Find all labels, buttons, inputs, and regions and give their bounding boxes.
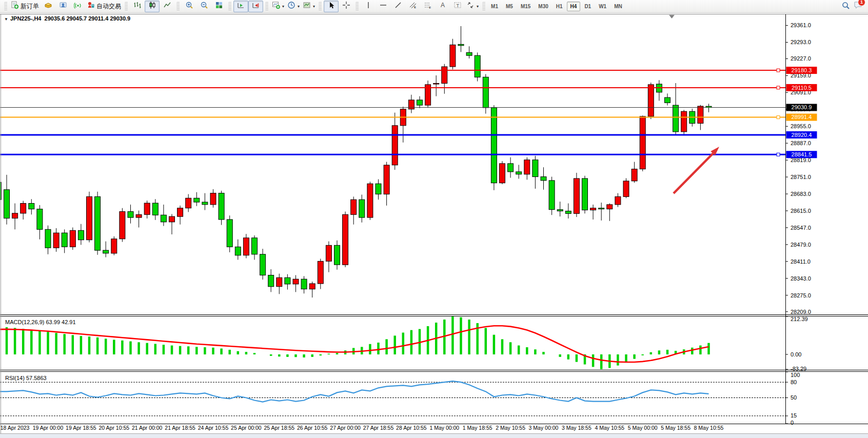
macd-scale-label: 212.39 (791, 316, 808, 322)
zoom-in-button[interactable] (182, 1, 196, 12)
timeframe-button-W1[interactable]: W1 (595, 2, 610, 11)
time-axis-label: 1 May 18:55 (463, 425, 492, 431)
timeframe-button-D1[interactable]: D1 (581, 2, 595, 11)
line-handle[interactable] (777, 116, 780, 119)
timeframe-button-H4[interactable]: H4 (567, 2, 581, 11)
templates-button[interactable]: ▾ (301, 1, 317, 12)
chart-window[interactable]: 29361.029293.029227.029159.029091.029023… (0, 13, 868, 438)
line-handle[interactable] (777, 69, 780, 72)
bar-chart-button[interactable] (130, 1, 145, 12)
search-button[interactable] (838, 1, 853, 12)
time-axis-label: 2 May 10:55 (496, 425, 525, 431)
text-icon: A (439, 1, 447, 11)
toolbar-grip[interactable] (228, 2, 231, 11)
price-badge: 28991.4 (786, 114, 817, 121)
text-button[interactable]: A (435, 1, 450, 12)
toolbar-grip[interactable] (125, 2, 128, 11)
timeframe-button-M1[interactable]: M1 (487, 2, 502, 11)
line-chart-icon (163, 1, 171, 11)
price-tick-label: 28411.0 (791, 258, 811, 265)
toolbar-grip[interactable] (176, 2, 180, 11)
line-chart-button[interactable] (160, 1, 174, 12)
candle (70, 228, 75, 250)
price-chart[interactable]: 29361.029293.029227.029159.029091.029023… (0, 13, 868, 438)
toolbar-grip[interactable] (356, 2, 359, 11)
timeframe-button-H1[interactable]: H1 (553, 2, 566, 11)
time-axis-label: 24 Apr 10:55 (198, 425, 229, 431)
time-axis-label: 3 May 18:55 (562, 425, 591, 431)
toolbar: 新订单 自动交易 (0, 0, 868, 13)
price-badge: 29180.3 (786, 67, 817, 74)
price-tick-label: 29361.0 (791, 22, 811, 28)
timeframe-toolbar: M1M5M15M30H1H4D1W1MN (487, 2, 626, 11)
auto-trading-button[interactable]: 自动交易 (85, 1, 123, 12)
candle (500, 161, 505, 184)
time-axis-label: 26 Apr 10:55 (297, 425, 328, 431)
chart-ohlc: 29035.6 29045.7 29011.4 29030.9 (45, 15, 131, 22)
price-badge: 29030.9 (786, 104, 817, 111)
arrows-button[interactable]: ▾ (465, 1, 480, 12)
time-axis-label: 21 Apr 18:55 (165, 425, 195, 431)
candle (425, 81, 431, 108)
text-label-button[interactable]: T (450, 1, 465, 12)
tile-windows-icon (215, 1, 223, 11)
time-axis-label: 25 Apr 18:55 (264, 425, 295, 431)
horizontal-line-button[interactable] (376, 1, 390, 12)
candle (475, 52, 480, 81)
metaeditor-button[interactable] (41, 1, 55, 12)
time-axis-label: 18 Apr 2023 (1, 425, 30, 431)
svg-text:28841.5: 28841.5 (792, 151, 812, 157)
toolbar-grip[interactable] (319, 2, 322, 11)
chart-shift-button[interactable] (248, 1, 263, 12)
toolbar-grip[interactable] (4, 2, 7, 11)
candlestick-chart-button[interactable] (145, 1, 160, 12)
signals-button[interactable] (70, 1, 85, 12)
line-handle[interactable] (777, 86, 780, 89)
community-button[interactable] (55, 1, 70, 12)
new-order-label: 新订单 (21, 2, 39, 11)
timeframe-button-M15[interactable]: M15 (517, 2, 534, 11)
time-axis-label: 3 May 00:00 (529, 425, 559, 431)
chart-shift-icon (252, 1, 260, 11)
time-axis-label: 25 Apr 00:00 (231, 425, 262, 431)
candle (120, 208, 125, 242)
zoom-out-button[interactable] (196, 1, 211, 12)
price-tick-label: 28683.0 (791, 191, 811, 197)
time-axis-label: 5 May 00:00 (628, 425, 658, 431)
equidistant-channel-icon: E (409, 1, 417, 11)
rsi-label: RSI(14) 57.5863 (5, 375, 47, 381)
fibonacci-icon: F (424, 1, 432, 11)
zoom-in-icon (185, 1, 193, 11)
tile-windows-button[interactable] (211, 1, 226, 12)
cursor-button[interactable] (324, 1, 339, 12)
fibonacci-button[interactable]: F (420, 1, 435, 12)
timeframe-button-MN[interactable]: MN (610, 2, 626, 11)
timeframe-button-M5[interactable]: M5 (502, 2, 517, 11)
periods-button[interactable]: ▾ (286, 1, 301, 12)
notifications-button[interactable]: 1 (853, 1, 863, 12)
chart-menu-icon[interactable]: ▼ (4, 17, 8, 22)
new-order-button[interactable]: 新订单 (9, 1, 41, 12)
line-handle[interactable] (777, 153, 780, 156)
trendline-button[interactable] (390, 1, 405, 12)
time-axis-label: 1 May 00:00 (429, 425, 459, 431)
candle (87, 192, 92, 243)
timeframe-button-M30[interactable]: M30 (535, 2, 551, 11)
price-tick-label: 28343.0 (791, 275, 811, 282)
text-label-icon: T (453, 1, 462, 11)
svg-text:29110.5: 29110.5 (792, 85, 812, 91)
toolbar-grip[interactable] (482, 2, 485, 11)
horizontal-line-icon (379, 1, 387, 11)
crosshair-button[interactable] (339, 1, 353, 12)
vertical-line-button[interactable] (361, 1, 376, 12)
svg-text:29180.3: 29180.3 (792, 67, 812, 73)
candlestick-chart-icon (148, 1, 156, 11)
time-axis-label: 8 May 10:55 (694, 425, 724, 431)
toolbar-grip[interactable] (265, 2, 268, 11)
auto-scroll-button[interactable] (233, 1, 248, 12)
indicators-icon (272, 1, 280, 11)
equidistant-channel-button[interactable]: E (405, 1, 420, 12)
candle (111, 236, 117, 255)
indicators-button[interactable]: ▾ (270, 1, 286, 12)
candle (491, 105, 497, 190)
